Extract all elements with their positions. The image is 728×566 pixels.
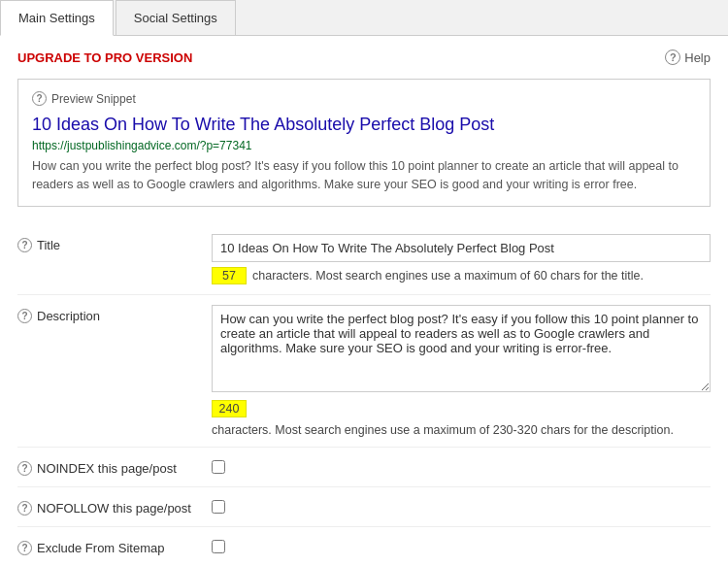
- help-label: Help: [684, 50, 711, 65]
- noindex-row: ? NOINDEX this page/post: [17, 448, 711, 487]
- nofollow-checkbox[interactable]: [212, 500, 225, 514]
- description-char-text: characters. Most search engines use a ma…: [212, 423, 674, 437]
- title-char-info: 57 characters. Most search engines use a…: [212, 267, 711, 284]
- preview-header-label: Preview Snippet: [51, 92, 136, 106]
- nofollow-checkbox-col: [212, 497, 711, 516]
- title-char-text: characters. Most search engines use a ma…: [252, 269, 644, 283]
- description-label: Description: [37, 309, 100, 323]
- help-button[interactable]: ? Help: [665, 50, 711, 65]
- preview-description: How can you write the perfect blog post?…: [32, 159, 678, 191]
- title-char-count: 57: [212, 267, 247, 284]
- nofollow-label: NOFOLLOW this page/post: [37, 501, 191, 516]
- title-input-col: 57 characters. Most search engines use a…: [212, 234, 711, 284]
- nofollow-question-icon[interactable]: ?: [17, 501, 32, 516]
- tab-social-settings[interactable]: Social Settings: [116, 0, 236, 35]
- form-section: ? Title 57 characters. Most search engin…: [17, 224, 711, 566]
- title-row: ? Title 57 characters. Most search engin…: [17, 224, 711, 295]
- help-icon: ?: [665, 50, 680, 65]
- nofollow-row: ? NOFOLLOW this page/post: [17, 487, 711, 527]
- tab-main-settings[interactable]: Main Settings: [0, 0, 114, 36]
- nofollow-label-col: ? NOFOLLOW this page/post: [17, 497, 212, 516]
- description-label-col: ? Description: [17, 305, 212, 323]
- preview-question-icon[interactable]: ?: [32, 91, 47, 106]
- noindex-label: NOINDEX this page/post: [37, 461, 177, 476]
- preview-header: ? Preview Snippet: [32, 91, 696, 106]
- tabs-bar: Main Settings Social Settings: [0, 0, 728, 36]
- description-question-icon[interactable]: ?: [17, 309, 32, 323]
- description-textarea[interactable]: How can you write the perfect blog post?…: [212, 305, 711, 392]
- exclude-sitemap-row: ? Exclude From Sitemap: [17, 527, 711, 566]
- exclude-sitemap-checkbox-col: [212, 537, 711, 556]
- description-char-info: 240 characters. Most search engines use …: [212, 400, 711, 437]
- exclude-sitemap-question-icon[interactable]: ?: [17, 541, 32, 555]
- description-char-count: 240: [212, 400, 247, 417]
- main-content: UPGRADE TO PRO VERSION ? Help ? Preview …: [0, 36, 728, 566]
- exclude-sitemap-label: Exclude From Sitemap: [37, 541, 165, 555]
- title-input[interactable]: [212, 234, 711, 262]
- upgrade-link[interactable]: UPGRADE TO PRO VERSION: [17, 50, 192, 65]
- noindex-checkbox[interactable]: [212, 460, 225, 474]
- noindex-checkbox-col: [212, 457, 711, 477]
- noindex-question-icon[interactable]: ?: [17, 461, 32, 476]
- preview-url: https://justpublishingadvice.com/?p=7734…: [32, 139, 696, 152]
- exclude-sitemap-label-col: ? Exclude From Sitemap: [17, 537, 212, 555]
- title-label-col: ? Title: [17, 234, 212, 252]
- preview-snippet-box: ? Preview Snippet 10 Ideas On How To Wri…: [17, 79, 711, 207]
- exclude-sitemap-checkbox[interactable]: [212, 540, 225, 553]
- top-bar: UPGRADE TO PRO VERSION ? Help: [17, 50, 711, 65]
- preview-title[interactable]: 10 Ideas On How To Write The Absolutely …: [32, 114, 696, 136]
- title-question-icon[interactable]: ?: [17, 238, 32, 252]
- description-row: ? Description How can you write the perf…: [17, 295, 711, 448]
- main-container: Main Settings Social Settings UPGRADE TO…: [0, 0, 728, 566]
- description-input-col: How can you write the perfect blog post?…: [212, 305, 711, 437]
- noindex-label-col: ? NOINDEX this page/post: [17, 457, 212, 476]
- title-label: Title: [37, 238, 60, 252]
